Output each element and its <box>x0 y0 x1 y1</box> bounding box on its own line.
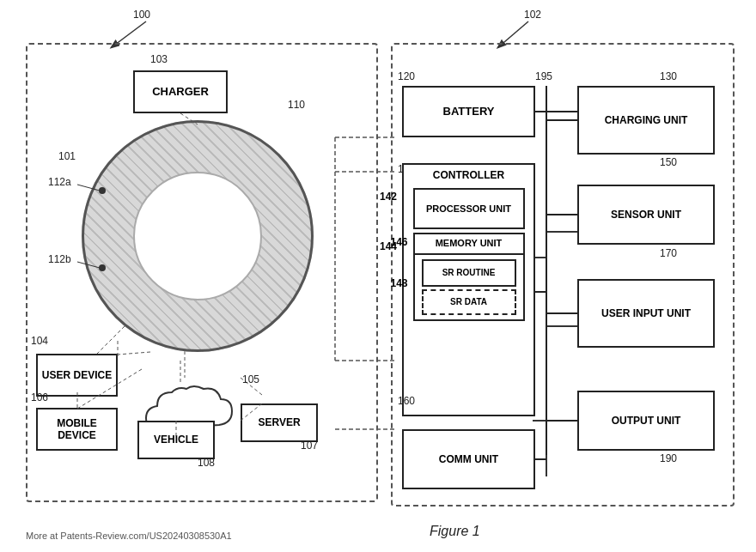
user-input-unit-box: USER INPUT UNIT <box>577 279 715 348</box>
figure-label: Figure 1 <box>430 524 480 539</box>
ref-112a: 112a <box>48 176 71 188</box>
ref-101: 101 <box>58 150 76 162</box>
ref-100: 100 <box>133 9 150 21</box>
dot-112b <box>99 264 106 271</box>
ref-103: 103 <box>150 53 168 65</box>
ref-130: 130 <box>660 70 677 82</box>
ref-104: 104 <box>31 335 48 347</box>
server-box: SERVER <box>241 403 318 442</box>
output-unit-box: OUTPUT UNIT <box>577 391 715 451</box>
user-device-box: USER DEVICE <box>36 354 118 397</box>
ref-150: 150 <box>660 156 677 168</box>
dot-112a <box>99 187 106 194</box>
controller-box: CONTROLLER 142 PROCESSOR UNIT 144 MEMORY… <box>402 163 535 416</box>
sr-routine-box: SR ROUTINE <box>422 259 516 287</box>
ref-160: 160 <box>398 395 415 407</box>
ref-170: 170 <box>660 247 677 259</box>
ref-102: 102 <box>524 9 541 21</box>
ref-107: 107 <box>301 440 318 452</box>
ref-146-label: 146 <box>391 236 408 248</box>
battery-box: BATTERY <box>402 86 535 137</box>
ref-108: 108 <box>198 457 215 469</box>
ref-148-label: 148 <box>391 277 408 289</box>
ref-190: 190 <box>660 452 677 464</box>
ref-142-label: 142 <box>380 191 397 203</box>
ref-106: 106 <box>31 391 48 403</box>
sensor-unit-box: SENSOR UNIT <box>577 185 715 245</box>
mobile-device-box: MOBILE DEVICE <box>36 408 118 451</box>
memory-unit-label: MEMORY UNIT <box>415 234 523 254</box>
ref-195: 195 <box>535 70 552 82</box>
ref-110: 110 <box>288 99 305 111</box>
comm-unit-box: COMM UNIT <box>402 429 535 489</box>
ref-105: 105 <box>242 373 259 385</box>
processor-unit-box: PROCESSOR UNIT <box>413 188 525 229</box>
ring-outer-border <box>82 120 314 352</box>
ref-112b: 112b <box>48 253 71 265</box>
ref-120: 120 <box>398 70 415 82</box>
charger-box: CHARGER <box>133 70 228 113</box>
footer-patent-text: More at Patents-Review.com/US20240308530… <box>26 531 232 541</box>
page-container: 100 102 103 CHARGER 101 110 112a 112b 10… <box>0 0 756 552</box>
sr-data-box: SR DATA <box>422 289 516 315</box>
charging-unit-box: CHARGING UNIT <box>577 86 715 155</box>
vehicle-box: VEHICLE <box>137 421 215 459</box>
